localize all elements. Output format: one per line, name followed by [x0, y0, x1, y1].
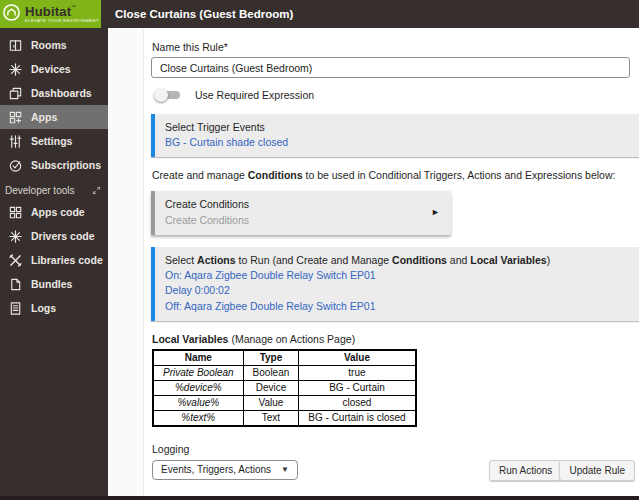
sidebar-item-label: Devices — [31, 63, 71, 75]
create-conditions-subtitle: Create Conditions — [165, 213, 441, 228]
logging-label: Logging — [152, 443, 639, 455]
brand-tagline: ELEVATE YOUR ENVIRONMENT — [25, 19, 99, 23]
sidebar-item-label: Apps — [31, 111, 57, 123]
sidebar-item-label: Subscriptions — [31, 159, 101, 171]
apps-code-icon — [8, 205, 23, 220]
local-variables-table: Name Type Value Private Boolean Boolean … — [152, 349, 417, 427]
update-rule-button[interactable]: Update Rule — [559, 460, 635, 481]
bundles-icon — [8, 277, 23, 292]
devices-icon — [8, 62, 23, 77]
sidebar-item-apps[interactable]: Apps — [0, 105, 108, 129]
table-header-row: Name Type Value — [153, 350, 416, 366]
apps-icon — [8, 110, 23, 125]
libraries-code-icon — [8, 253, 23, 268]
conditions-note: Create and manage Conditions to be used … — [152, 169, 639, 181]
logging-selected-value: Events, Triggers, Actions — [161, 464, 271, 475]
sidebar-item-rooms[interactable]: Rooms — [0, 33, 108, 57]
required-expression-toggle[interactable] — [154, 88, 182, 102]
action-link-off[interactable]: Off: Aqara Zigbee Double Relay Switch EP… — [165, 299, 629, 314]
select-actions-button[interactable]: Select Actions to Run (and Create and Ma… — [151, 247, 639, 321]
action-link-on[interactable]: On: Aqara Zigbee Double Relay Switch EP0… — [165, 268, 629, 283]
logging-dropdown[interactable]: Events, Triggers, Actions ▼ — [152, 460, 298, 480]
sidebar-item-label: Apps code — [31, 206, 85, 218]
name-rule-label: Name this Rule* — [152, 41, 639, 53]
sidebar-developer-tools-toggle[interactable]: Developer tools — [0, 177, 108, 200]
var-type: Value — [243, 395, 299, 410]
col-header-type: Type — [243, 350, 299, 366]
sidebar-item-label: Drivers code — [31, 230, 95, 242]
brand-name: Hubitat™ — [25, 5, 99, 18]
logs-icon — [8, 301, 23, 316]
rule-editor-panel: Name this Rule* Use Required Expression … — [143, 28, 639, 496]
create-conditions-title: Create Conditions — [165, 197, 441, 212]
sidebar-item-libraries-code[interactable]: Libraries code — [0, 248, 108, 272]
hubitat-logo[interactable]: Hubitat™ ELEVATE YOUR ENVIRONMENT — [0, 0, 101, 28]
sidebar-item-settings[interactable]: Settings — [0, 129, 108, 153]
required-expression-label: Use Required Expression — [195, 89, 314, 101]
dashboards-icon — [8, 86, 23, 101]
developer-tools-label: Developer tools — [5, 185, 74, 196]
var-name: %text% — [153, 410, 243, 426]
drivers-code-icon — [8, 229, 23, 244]
sidebar-item-label: Bundles — [31, 278, 72, 290]
var-value: true — [299, 365, 416, 380]
table-row: %text% Text BG - Curtain is closed — [153, 410, 416, 426]
sidebar-item-bundles[interactable]: Bundles — [0, 272, 108, 296]
sidebar: Rooms Devices Dashboards Apps Settings S… — [0, 28, 108, 496]
settings-icon — [8, 134, 23, 149]
hubitat-house-icon — [2, 3, 21, 26]
chevron-down-icon: ▼ — [281, 465, 289, 474]
sidebar-item-dashboards[interactable]: Dashboards — [0, 81, 108, 105]
sidebar-item-label: Settings — [31, 135, 72, 147]
expand-icon — [92, 186, 101, 195]
var-value: closed — [299, 395, 416, 410]
sidebar-item-drivers-code[interactable]: Drivers code — [0, 224, 108, 248]
sidebar-item-logs[interactable]: Logs — [0, 296, 108, 320]
subscriptions-icon — [8, 158, 23, 173]
sidebar-item-label: Dashboards — [31, 87, 92, 99]
var-name: %value% — [153, 395, 243, 410]
rooms-icon — [8, 38, 23, 53]
sidebar-item-label: Libraries code — [31, 254, 103, 266]
bottom-bar — [0, 496, 639, 500]
sidebar-item-apps-code[interactable]: Apps code — [0, 200, 108, 224]
select-actions-title: Select Actions to Run (and Create and Ma… — [165, 253, 629, 268]
sidebar-item-devices[interactable]: Devices — [0, 57, 108, 81]
sidebar-item-subscriptions[interactable]: Subscriptions — [0, 153, 108, 177]
chevron-right-icon: ► — [431, 207, 440, 220]
var-name: Private Boolean — [153, 365, 243, 380]
top-bar: Hubitat™ ELEVATE YOUR ENVIRONMENT Close … — [0, 0, 639, 28]
var-type: Boolean — [243, 365, 299, 380]
var-name: %device% — [153, 380, 243, 395]
trigger-event-link[interactable]: BG - Curtain shade closed — [165, 135, 629, 150]
action-link-delay[interactable]: Delay 0:00:02 — [165, 283, 629, 298]
table-row: %device% Device BG - Curtain — [153, 380, 416, 395]
run-actions-button[interactable]: Run Actions — [489, 460, 562, 481]
col-header-value: Value — [299, 350, 416, 366]
table-row: %value% Value closed — [153, 395, 416, 410]
sidebar-item-label: Logs — [31, 302, 56, 314]
var-value: BG - Curtain — [299, 380, 416, 395]
var-type: Text — [243, 410, 299, 426]
sidebar-item-label: Rooms — [31, 39, 67, 51]
trigger-events-title: Select Trigger Events — [165, 120, 629, 135]
col-header-name: Name — [153, 350, 243, 366]
select-trigger-events-button[interactable]: Select Trigger Events BG - Curtain shade… — [151, 114, 639, 157]
var-type: Device — [243, 380, 299, 395]
local-variables-label: Local Variables (Manage on Actions Page) — [152, 333, 639, 345]
rule-name-input[interactable] — [151, 57, 630, 78]
table-row: Private Boolean Boolean true — [153, 365, 416, 380]
page-title: Close Curtains (Guest Bedroom) — [115, 0, 293, 28]
var-value: BG - Curtain is closed — [299, 410, 416, 426]
create-conditions-button[interactable]: Create Conditions Create Conditions ► — [151, 191, 451, 234]
